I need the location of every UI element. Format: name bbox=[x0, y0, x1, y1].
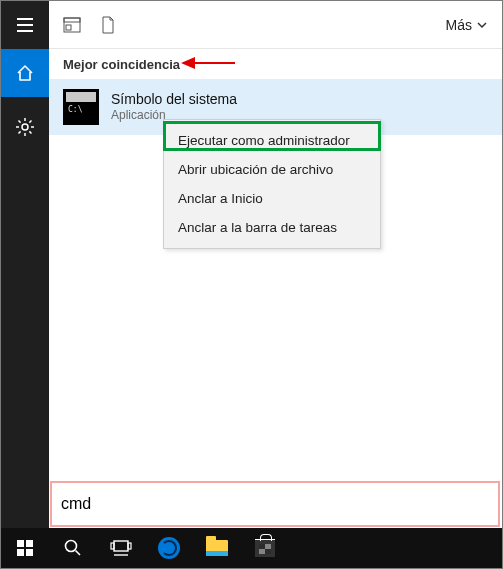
taskbar-search-button[interactable] bbox=[49, 528, 97, 568]
store-button[interactable] bbox=[241, 528, 289, 568]
svg-line-20 bbox=[76, 551, 81, 556]
svg-rect-18 bbox=[26, 549, 33, 556]
svg-rect-21 bbox=[114, 541, 128, 551]
folder-icon bbox=[206, 540, 228, 556]
start-sidebar bbox=[1, 1, 49, 529]
windows-logo-icon bbox=[16, 539, 34, 557]
svg-rect-16 bbox=[26, 540, 33, 547]
edge-button[interactable] bbox=[145, 528, 193, 568]
context-pin-to-taskbar[interactable]: Anclar a la barra de tareas bbox=[164, 213, 380, 242]
results-topbar: Más bbox=[49, 1, 502, 49]
svg-rect-13 bbox=[64, 18, 80, 22]
svg-line-10 bbox=[19, 131, 21, 133]
search-box[interactable] bbox=[49, 480, 502, 528]
edge-icon bbox=[158, 537, 180, 559]
best-match-label: Mejor coincidencia bbox=[63, 57, 180, 72]
svg-line-9 bbox=[29, 131, 31, 133]
svg-rect-23 bbox=[128, 543, 131, 549]
arrow-shaft bbox=[195, 62, 235, 64]
hamburger-button[interactable] bbox=[1, 1, 49, 49]
result-title: Símbolo del sistema bbox=[111, 91, 237, 109]
search-input[interactable] bbox=[61, 480, 490, 528]
chevron-down-icon bbox=[476, 19, 488, 31]
cmd-app-icon bbox=[63, 89, 99, 125]
best-match-heading: Mejor coincidencia bbox=[49, 49, 502, 79]
task-view-icon bbox=[110, 539, 132, 557]
documents-filter-icon[interactable] bbox=[99, 16, 117, 34]
more-label: Más bbox=[446, 17, 472, 33]
apps-filter-icon[interactable] bbox=[63, 16, 81, 34]
context-open-file-location[interactable]: Abrir ubicación de archivo bbox=[164, 155, 380, 184]
search-icon bbox=[63, 538, 83, 558]
task-view-button[interactable] bbox=[97, 528, 145, 568]
svg-rect-17 bbox=[17, 549, 24, 556]
file-explorer-button[interactable] bbox=[193, 528, 241, 568]
context-run-as-admin[interactable]: Ejecutar como administrador bbox=[164, 126, 380, 155]
store-icon bbox=[255, 539, 275, 557]
svg-rect-14 bbox=[66, 25, 71, 30]
svg-rect-15 bbox=[17, 540, 24, 547]
window-root: Más Mejor coincidencia Símbolo del siste… bbox=[0, 0, 503, 569]
hamburger-icon bbox=[15, 15, 35, 35]
settings-button[interactable] bbox=[1, 103, 49, 151]
home-button[interactable] bbox=[1, 49, 49, 97]
svg-rect-22 bbox=[111, 543, 114, 549]
more-filters-dropdown[interactable]: Más bbox=[446, 17, 488, 33]
start-button[interactable] bbox=[1, 528, 49, 568]
taskbar bbox=[1, 528, 502, 568]
home-icon bbox=[15, 63, 35, 83]
svg-line-11 bbox=[29, 121, 31, 123]
svg-line-8 bbox=[19, 121, 21, 123]
topbar-filter-icons bbox=[63, 16, 117, 34]
context-menu: Ejecutar como administrador Abrir ubicac… bbox=[163, 119, 381, 249]
svg-point-19 bbox=[66, 541, 77, 552]
svg-point-3 bbox=[22, 124, 28, 130]
arrow-head-icon bbox=[181, 57, 195, 69]
annotation-red-arrow bbox=[181, 57, 235, 69]
context-pin-to-start[interactable]: Anclar a Inicio bbox=[164, 184, 380, 213]
gear-icon bbox=[15, 117, 35, 137]
